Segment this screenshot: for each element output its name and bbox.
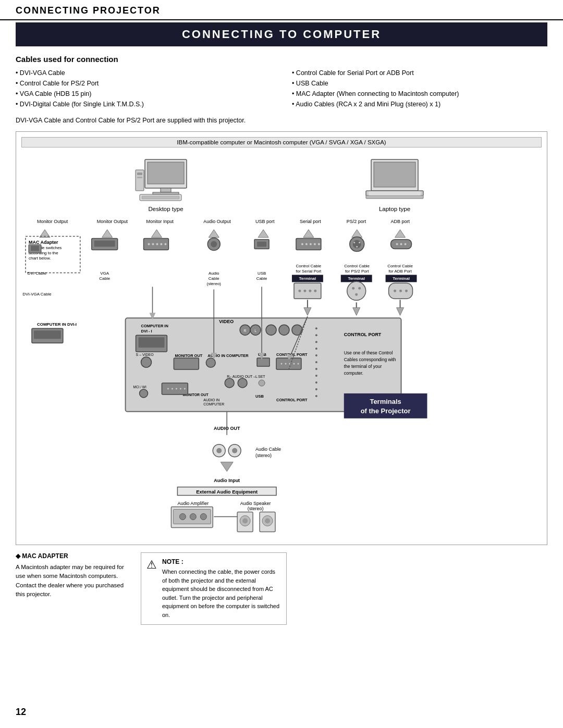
svg-text:SET: SET <box>258 375 265 378</box>
svg-text:the terminal of your: the terminal of your <box>344 364 382 369</box>
svg-marker-28 <box>352 230 362 238</box>
laptop-computer: Laptop type <box>361 157 429 212</box>
svg-point-153 <box>315 341 317 343</box>
svg-text:Cable: Cable <box>99 276 110 281</box>
svg-rect-172 <box>34 330 61 339</box>
page-title-box: CONNECTING TO COMPUTER <box>16 22 547 46</box>
svg-text:R– AUDIO OUT –L: R– AUDIO OUT –L <box>227 375 258 378</box>
ibm-label: IBM-compatible computer or Macintosh com… <box>21 137 542 147</box>
svg-point-197 <box>190 513 196 520</box>
svg-text:Use one of these Control: Use one of these Control <box>344 350 393 355</box>
svg-rect-111 <box>174 358 199 369</box>
svg-point-127 <box>281 363 283 365</box>
svg-point-128 <box>285 363 286 365</box>
svg-text:Audio Amplifier: Audio Amplifier <box>177 501 209 507</box>
svg-text:S – VIDEO: S – VIDEO <box>136 353 154 356</box>
svg-text:Cable: Cable <box>209 276 219 281</box>
svg-text:for Serial Port: for Serial Port <box>296 269 322 274</box>
svg-point-89 <box>347 281 366 300</box>
svg-point-131 <box>297 363 299 365</box>
cables-section: Cables used for connection DVI-VGA Cable… <box>0 55 563 109</box>
svg-point-151 <box>315 327 317 329</box>
svg-text:USB port: USB port <box>255 219 275 224</box>
svg-text:Audio Cable: Audio Cable <box>255 447 281 452</box>
svg-point-154 <box>315 348 317 350</box>
svg-point-161 <box>315 395 317 397</box>
svg-text:ADB port: ADB port <box>391 219 410 224</box>
svg-point-42 <box>156 243 158 245</box>
svg-marker-98 <box>304 307 311 315</box>
cables-right-list: Control Cable for Serial Port or ADB Por… <box>292 68 547 109</box>
svg-text:USB: USB <box>255 394 264 399</box>
svg-point-206 <box>265 518 270 523</box>
desktop-label: Desktop type <box>148 206 183 212</box>
svg-text:AUDIO IN: AUDIO IN <box>203 398 219 402</box>
svg-text:L: L <box>254 329 256 332</box>
svg-point-90 <box>352 287 354 290</box>
svg-point-196 <box>179 513 186 520</box>
svg-text:MCI / WI: MCI / WI <box>133 385 146 389</box>
svg-point-63 <box>405 243 407 245</box>
svg-marker-29 <box>395 230 406 238</box>
svg-point-87 <box>309 290 311 292</box>
svg-point-50 <box>301 243 303 245</box>
svg-point-119 <box>279 325 289 335</box>
svg-text:VIDEO: VIDEO <box>219 319 234 324</box>
cable-item: Control Cable for Serial Port or ADB Por… <box>292 68 547 78</box>
svg-rect-49 <box>296 239 321 250</box>
svg-point-40 <box>148 243 150 245</box>
laptop-label: Laptop type <box>379 206 410 212</box>
svg-point-95 <box>399 290 402 292</box>
svg-point-144 <box>167 388 169 389</box>
svg-point-58 <box>359 242 360 243</box>
svg-text:COMPUTER IN: COMPUTER IN <box>141 324 168 328</box>
svg-rect-124 <box>257 358 270 366</box>
svg-rect-36 <box>31 246 39 251</box>
svg-text:Audio Output: Audio Output <box>203 219 231 224</box>
page-number: 12 <box>16 707 26 718</box>
svg-rect-10 <box>374 162 415 187</box>
svg-marker-24 <box>152 230 162 238</box>
svg-text:MONITOR OUT: MONITOR OUT <box>175 353 202 358</box>
svg-point-43 <box>160 243 162 245</box>
svg-point-160 <box>315 388 317 390</box>
svg-point-146 <box>176 388 177 389</box>
svg-text:R: R <box>244 329 247 332</box>
svg-text:Terminal: Terminal <box>348 276 365 281</box>
warning-icon: ⚠ <box>146 558 157 619</box>
svg-text:Audio: Audio <box>209 271 219 276</box>
section-title: CONNECTING PROJECTOR <box>16 5 547 16</box>
svg-rect-108 <box>139 337 165 348</box>
svg-point-85 <box>298 290 301 292</box>
svg-point-59 <box>356 246 358 248</box>
cable-item: Audio Cables (RCA x 2 and Mini Plug (ste… <box>292 99 547 109</box>
cables-columns: DVI-VGA Cable Control Cable for PS/2 Por… <box>16 68 547 109</box>
svg-point-147 <box>180 388 181 389</box>
svg-rect-12 <box>366 195 423 199</box>
svg-rect-3 <box>153 192 179 194</box>
supply-note: DVI-VGA Cable and Control Cable for PS/2… <box>0 117 563 124</box>
svg-marker-25 <box>209 230 219 238</box>
svg-point-118 <box>266 325 276 335</box>
note-section: ⚠ NOTE : When connecting the cable, the … <box>141 552 287 625</box>
svg-rect-8 <box>142 196 179 199</box>
svg-point-86 <box>303 290 306 292</box>
svg-text:Monitor Output: Monitor Output <box>37 219 68 224</box>
svg-point-130 <box>293 363 295 365</box>
svg-point-158 <box>315 375 317 377</box>
svg-point-122 <box>141 357 152 367</box>
svg-point-120 <box>292 325 302 335</box>
svg-rect-84 <box>294 283 321 299</box>
svg-text:(stereo): (stereo) <box>255 453 272 458</box>
svg-text:PS/2 port: PS/2 port <box>347 219 366 224</box>
cable-item: DVI-VGA Cable <box>16 68 271 78</box>
svg-point-156 <box>315 361 317 363</box>
svg-text:Terminal: Terminal <box>393 276 410 281</box>
svg-marker-26 <box>258 230 268 238</box>
svg-point-41 <box>152 243 154 245</box>
svg-text:DVI-VGA Cable: DVI-VGA Cable <box>22 292 52 297</box>
svg-text:chart below.: chart below. <box>29 256 51 261</box>
laptop-icon <box>361 157 429 204</box>
svg-text:Monitor Input: Monitor Input <box>146 219 174 224</box>
cable-item: DVI-Digital Cable (for Single Link T.M.D… <box>16 99 271 109</box>
